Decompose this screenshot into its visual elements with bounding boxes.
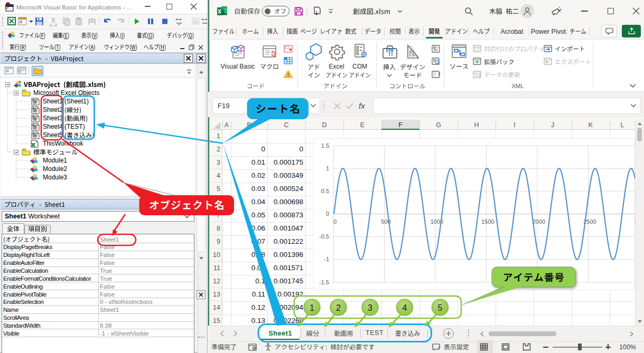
svg-text:4: 4 [403, 303, 407, 312]
svg-text:2: 2 [336, 303, 341, 312]
svg-text:3: 3 [368, 303, 372, 312]
svg-text:1: 1 [310, 303, 314, 312]
svg-text:5: 5 [438, 303, 443, 312]
